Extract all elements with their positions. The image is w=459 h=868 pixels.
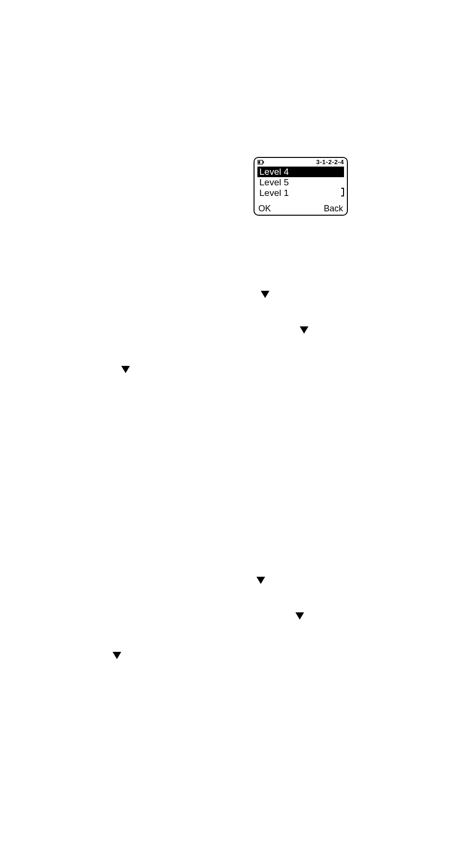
svg-rect-2 <box>258 161 260 164</box>
menu-list: Level 4 Level 5 Level 1 <box>255 167 347 198</box>
triangle-down-icon <box>113 652 121 659</box>
triangle-down-icon <box>300 326 308 334</box>
menu-code: 3-1-2-2-4 <box>316 159 344 166</box>
svg-rect-1 <box>263 161 264 163</box>
battery-icon <box>257 160 264 165</box>
triangle-down-icon <box>295 612 304 620</box>
softkey-row: OK Back <box>255 204 347 214</box>
menu-item-level-5[interactable]: Level 5 <box>257 177 344 188</box>
softkey-ok[interactable]: OK <box>258 204 271 214</box>
menu-item-level-1[interactable]: Level 1 <box>257 188 344 198</box>
triangle-down-icon <box>121 366 130 373</box>
triangle-down-icon <box>256 577 265 584</box>
triangle-down-icon <box>261 291 269 298</box>
lcd-screen: 3-1-2-2-4 Level 4 Level 5 Level 1 OK Bac… <box>254 157 348 216</box>
scroll-indicator <box>341 188 344 196</box>
menu-item-level-4[interactable]: Level 4 <box>257 167 344 177</box>
softkey-back[interactable]: Back <box>324 204 343 214</box>
screen-header: 3-1-2-2-4 <box>255 158 347 166</box>
